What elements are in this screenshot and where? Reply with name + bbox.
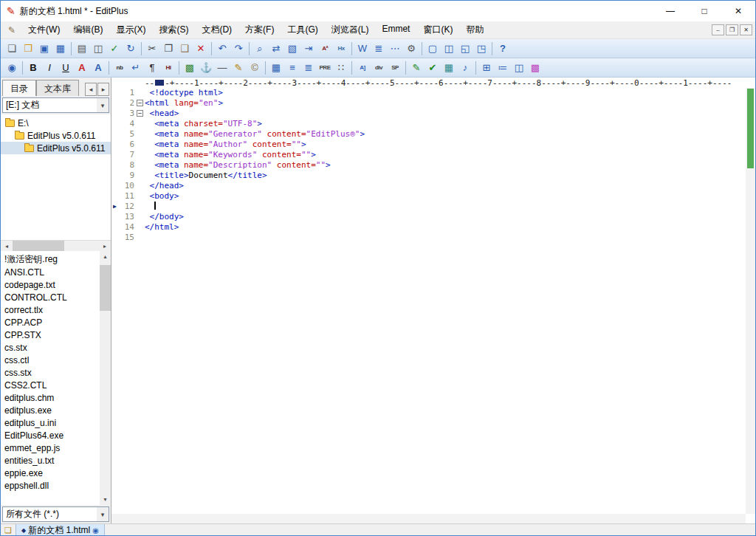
file-item[interactable]: css.stx [1, 366, 100, 379]
mdi-minimize-button[interactable]: – [712, 24, 724, 35]
copy-button[interactable]: ❐ [160, 41, 176, 56]
find-in-files-button[interactable]: ▧ [284, 41, 300, 56]
anchor-button[interactable]: ⚓ [198, 60, 214, 75]
image-button[interactable]: ▩ [182, 60, 198, 75]
delete-button[interactable]: ✕ [193, 41, 209, 56]
menu-item[interactable]: 搜索(S) [152, 21, 195, 38]
preformatted-button[interactable]: PRE [317, 60, 333, 75]
file-item[interactable]: eppshell.dll [1, 479, 100, 492]
mdi-restore-button[interactable]: ❐ [726, 24, 738, 35]
div-tag-button[interactable]: div [371, 60, 387, 75]
file-item[interactable]: codepage.txt [1, 278, 100, 291]
word-wrap-button[interactable]: W [354, 41, 371, 56]
view-in-browser-button[interactable]: ◉ [4, 60, 20, 75]
check-syntax-button[interactable]: ✎ [408, 60, 425, 75]
editor-vscroll-thumb[interactable] [747, 89, 754, 168]
tab-scroll-right-icon[interactable]: ▸ [97, 83, 109, 96]
paragraph-button[interactable]: ¶ [144, 60, 160, 75]
hex-view-button[interactable]: Hx [333, 41, 349, 56]
save-button[interactable]: ▣ [36, 41, 52, 56]
anchor-name-button[interactable]: A] [354, 60, 371, 75]
table-button[interactable]: ▦ [268, 60, 284, 75]
fold-collapse-icon[interactable]: − [137, 100, 143, 106]
file-item[interactable]: CSS2.CTL [1, 379, 100, 391]
tree-hscrollbar[interactable]: ◂ ▸ [1, 240, 111, 251]
replace-button[interactable]: ⇄ [268, 41, 284, 56]
font-color-button[interactable]: A [74, 60, 90, 75]
underline-button[interactable]: U [58, 60, 74, 75]
reload-button[interactable]: ↻ [123, 41, 139, 56]
new-browser-window-button[interactable]: ◳ [473, 41, 489, 56]
browser-view-button[interactable]: ◱ [457, 41, 473, 56]
align-center-button[interactable]: ≣ [300, 60, 317, 75]
nonbreaking-space-button[interactable]: nb [111, 60, 128, 75]
print-preview-button[interactable]: ◫ [90, 41, 106, 56]
sidebar-tab-cliptext[interactable]: 文本库 [36, 80, 79, 96]
maximize-button[interactable]: □ [687, 1, 721, 21]
redo-button[interactable]: ↷ [230, 41, 247, 56]
scroll-right-icon[interactable]: ▸ [99, 241, 111, 251]
align-left-button[interactable]: ≡ [284, 60, 300, 75]
menu-item[interactable]: 窗口(K) [416, 21, 459, 38]
file-item[interactable]: CONTROL.CTL [1, 291, 100, 303]
file-item[interactable]: correct.tlx [1, 303, 100, 316]
tab-settings-button[interactable]: ⋯ [387, 41, 403, 56]
find-button[interactable]: ⌕ [252, 41, 268, 56]
heading-button[interactable]: Hī [160, 60, 176, 75]
cut-button[interactable]: ✂ [144, 41, 160, 56]
filelist-scroll-track[interactable] [100, 262, 111, 494]
file-item[interactable]: editplus.chm [1, 391, 100, 404]
bold-button[interactable]: B [25, 60, 41, 75]
menu-item[interactable]: 显示(X) [109, 21, 152, 38]
menu-item[interactable]: 浏览器(L) [325, 21, 376, 38]
chevron-down-icon[interactable]: ▾ [97, 98, 109, 112]
menu-item[interactable]: Emmet [375, 21, 416, 38]
chevron-down-icon[interactable]: ▾ [97, 507, 109, 521]
file-item[interactable]: editplus_u.ini [1, 416, 100, 429]
file-item[interactable]: CPP.ACP [1, 316, 100, 329]
mdi-close-button[interactable]: ✕ [740, 24, 752, 35]
base-font-button[interactable]: A [90, 60, 106, 75]
document-tab[interactable]: ◆ 新的文档 1.html ◉ [16, 524, 105, 536]
context-help-button[interactable]: ? [495, 41, 511, 56]
tree-item[interactable]: EditPlus v5.0.611 [1, 142, 111, 154]
file-item[interactable]: eppie.exe [1, 467, 100, 479]
filter-combo[interactable]: 所有文件 (*.*) ▾ [2, 506, 109, 522]
fullscreen-button[interactable]: ▢ [425, 41, 441, 56]
file-item[interactable]: entities_u.txt [1, 454, 100, 467]
line-break-button[interactable]: ↵ [128, 60, 144, 75]
close-button[interactable]: ✕ [721, 1, 755, 21]
menu-item[interactable]: 工具(G) [281, 21, 324, 38]
file-item[interactable]: editplus.exe [1, 404, 100, 416]
drive-combo[interactable]: [E:] 文档 ▾ [2, 97, 109, 113]
sidebar-tab-directory[interactable]: 目录 [2, 80, 36, 96]
menu-item[interactable]: 文件(W) [21, 21, 66, 38]
scroll-down-icon[interactable]: ▾ [100, 494, 111, 505]
window-list-icon[interactable]: ❏ [1, 524, 16, 536]
fold-collapse-icon[interactable]: − [137, 110, 143, 117]
editor[interactable]: ---+----1----+----2----+----3----+----4-… [111, 78, 755, 523]
file-item[interactable]: EditPlus64.exe [1, 429, 100, 441]
spell-check-button[interactable]: ✓ [106, 41, 123, 56]
scroll-left-icon[interactable]: ◂ [1, 241, 13, 251]
multimedia-button[interactable]: ♪ [457, 60, 473, 75]
filelist-scroll-thumb[interactable] [100, 265, 111, 311]
italic-button[interactable]: I [41, 60, 58, 75]
menu-item[interactable]: 文档(D) [195, 21, 238, 38]
ordered-list-button[interactable]: ≔ [495, 60, 511, 75]
print-button[interactable]: ▤ [74, 41, 90, 56]
highlight-pen-button[interactable]: ✎ [230, 60, 247, 75]
horizontal-rule-button[interactable]: ― [214, 60, 230, 75]
tree-hscroll-thumb[interactable] [13, 241, 64, 251]
menu-item[interactable]: 方案(F) [238, 21, 281, 38]
file-item[interactable]: css.ctl [1, 354, 100, 366]
tree-item[interactable]: E:\ [1, 117, 111, 129]
goto-line-button[interactable]: ⇥ [300, 41, 317, 56]
file-item[interactable]: emmet_epp.js [1, 441, 100, 454]
undo-button[interactable]: ↶ [214, 41, 230, 56]
paste-button[interactable]: ❑ [176, 41, 193, 56]
panel-toggle-button[interactable]: ◫ [511, 60, 527, 75]
minimize-button[interactable]: — [653, 1, 687, 21]
tab-scroll-left-icon[interactable]: ◂ [85, 83, 97, 96]
tree-item[interactable]: EditPlus v5.0.611 [1, 129, 111, 142]
